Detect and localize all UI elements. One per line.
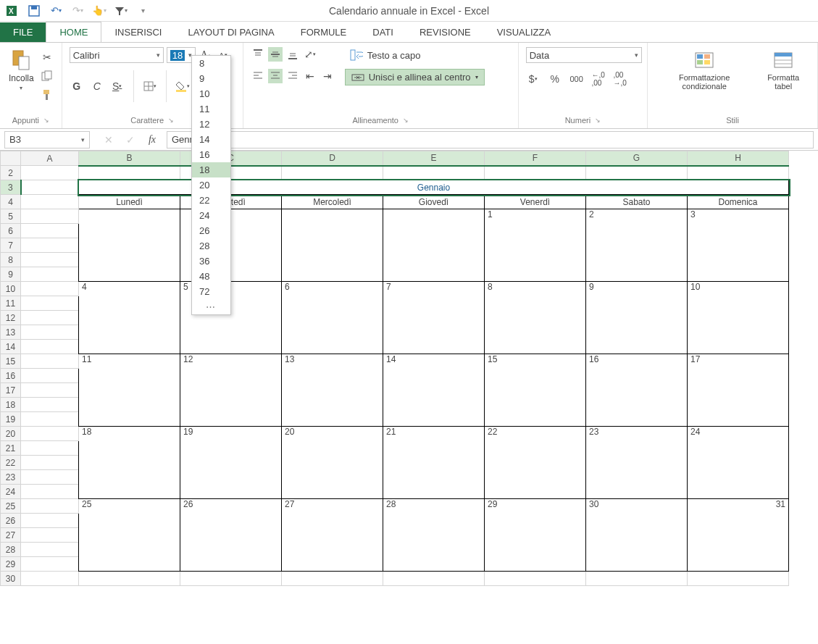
fill-color-icon[interactable]: ▾ [175,79,190,93]
cell[interactable] [383,166,485,180]
format-painter-icon[interactable] [40,88,54,102]
row-header-20[interactable]: 20 [1,427,21,441]
tab-data[interactable]: DATI [359,22,406,42]
day-header-cell[interactable]: Sabato [586,195,688,209]
calendar-day-cell[interactable]: 15 [485,354,586,427]
cell[interactable] [21,412,79,427]
cell[interactable] [21,195,79,209]
spreadsheet-grid[interactable]: ABCDEFGH23Gennaio4LunedìMartedìMercoledì… [0,151,818,586]
excel-app-icon[interactable]: X [4,3,20,19]
day-header-cell[interactable]: Giovedì [383,195,485,209]
row-header-4[interactable]: 4 [1,195,21,209]
row-header-19[interactable]: 19 [1,412,21,427]
calendar-day-cell[interactable]: 3 [688,209,789,282]
font-name-combo[interactable]: Calibri▾ [70,47,164,63]
align-middle-icon[interactable] [268,47,283,62]
cell[interactable] [21,470,79,485]
align-top-icon[interactable] [251,47,265,62]
qat-customize-icon[interactable]: ▾ [135,3,151,19]
cell[interactable] [21,311,79,325]
row-header-10[interactable]: 10 [1,282,21,296]
tab-view[interactable]: VISUALIZZA [484,22,564,42]
font-size-option-48[interactable]: 48 [192,269,230,284]
row-header-24[interactable]: 24 [1,485,21,499]
calendar-day-cell[interactable]: 6 [282,282,383,354]
font-size-option-11[interactable]: 11 [192,101,230,117]
calendar-day-cell[interactable]: 22 [485,427,586,499]
comma-format-icon[interactable]: 000 [569,72,584,86]
row-header-28[interactable]: 28 [1,543,21,557]
cell[interactable] [282,166,383,180]
cell[interactable] [180,572,282,586]
decrease-decimal-icon[interactable]: ,00→,0 [613,72,627,86]
calendar-day-cell[interactable]: 25 [79,499,180,572]
row-header-18[interactable]: 18 [1,398,21,412]
cell[interactable] [688,166,789,180]
row-header-22[interactable]: 22 [1,456,21,470]
col-header-B[interactable]: B [79,151,180,166]
calendar-day-cell[interactable]: 19 [180,427,282,499]
cell[interactable] [688,572,789,586]
row-header-9[interactable]: 9 [1,267,21,282]
cancel-formula-icon[interactable]: ✕ [101,133,116,147]
paste-button[interactable]: Incolla ▾ [7,47,36,93]
align-right-icon[interactable] [285,69,300,83]
cell[interactable] [586,166,688,180]
tab-insert[interactable]: INSERISCI [101,22,175,42]
calendar-day-cell[interactable]: 7 [383,282,485,354]
calendar-day-cell[interactable]: 14 [383,354,485,427]
copy-icon[interactable] [40,69,54,83]
tab-page-layout[interactable]: LAYOUT DI PAGINA [175,22,287,42]
calendar-day-cell[interactable]: 17 [688,354,789,427]
font-size-option-10[interactable]: 10 [192,86,230,101]
increase-indent-icon[interactable]: ⇥ [320,69,335,83]
col-header-H[interactable]: H [688,151,789,166]
font-size-option-16[interactable]: 16 [192,147,230,162]
font-size-option-9[interactable]: 9 [192,71,230,86]
row-header-3[interactable]: 3 [1,180,21,195]
font-size-option-12[interactable]: 12 [192,117,230,132]
formula-input[interactable]: Gennaio [167,131,814,149]
col-header-D[interactable]: D [282,151,383,166]
italic-button[interactable]: C [90,79,104,93]
insert-function-icon[interactable]: fx [145,133,159,147]
cell[interactable] [21,180,79,195]
row-header-11[interactable]: 11 [1,296,21,311]
day-header-cell[interactable]: Mercoledì [282,195,383,209]
cell[interactable] [21,398,79,412]
redo-icon[interactable]: ↷ ▾ [70,3,85,19]
tab-review[interactable]: REVISIONE [406,22,484,42]
day-header-cell[interactable]: Domenica [688,195,789,209]
col-header-G[interactable]: G [586,151,688,166]
alignment-launcher-icon[interactable]: ↘ [403,117,409,124]
calendar-day-cell[interactable]: 12 [180,354,282,427]
calendar-day-cell[interactable]: 18 [79,427,180,499]
align-bottom-icon[interactable] [285,47,300,62]
cell[interactable] [21,557,79,572]
format-as-table-button[interactable]: Formatta tabel [756,47,810,92]
cell[interactable] [282,572,383,586]
cell[interactable] [21,354,79,369]
cell[interactable] [21,427,79,441]
accounting-format-icon[interactable]: $ ▾ [526,72,541,86]
tab-home[interactable]: HOME [46,22,101,42]
row-header-16[interactable]: 16 [1,369,21,383]
font-launcher-icon[interactable]: ↘ [168,117,174,124]
row-header-6[interactable]: 6 [1,224,21,238]
cell[interactable] [586,572,688,586]
cell[interactable] [21,253,79,267]
row-header-17[interactable]: 17 [1,383,21,398]
row-header-12[interactable]: 12 [1,311,21,325]
row-header-27[interactable]: 27 [1,528,21,543]
font-size-more[interactable]: ⋯ [192,299,230,314]
calendar-day-cell[interactable]: 27 [282,499,383,572]
font-size-option-26[interactable]: 26 [192,223,230,238]
calendar-day-cell[interactable]: 30 [586,499,688,572]
font-size-option-14[interactable]: 14 [192,132,230,147]
calendar-day-cell[interactable]: 1 [485,209,586,282]
cell[interactable] [21,238,79,253]
borders-icon[interactable]: ▾ [143,79,157,93]
cell[interactable] [21,369,79,383]
day-header-cell[interactable]: Venerdì [485,195,586,209]
cell[interactable] [21,456,79,470]
